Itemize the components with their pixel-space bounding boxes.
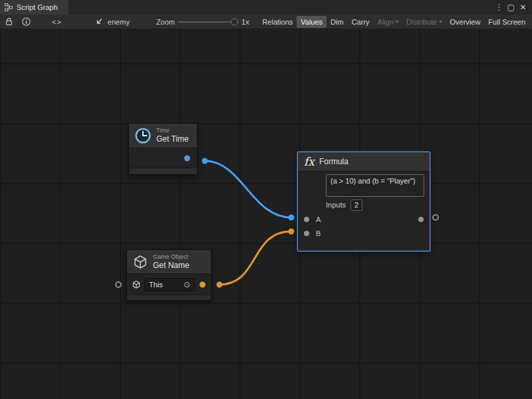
formula-expression-input[interactable]: (a > 10) and (b = "Player") bbox=[326, 174, 424, 197]
node-get-time[interactable]: Time Get Time bbox=[128, 123, 198, 175]
node-footer bbox=[129, 168, 197, 174]
zoom-value: 1x bbox=[241, 18, 249, 26]
relations-button-label: Relations bbox=[262, 18, 293, 26]
wire-get-time-to-formula-a[interactable] bbox=[205, 161, 291, 217]
info-icon[interactable] bbox=[20, 16, 33, 28]
code-icon[interactable]: <> bbox=[50, 16, 64, 28]
toolbar-buttons: Relations Values Dim Carry Align ▾ Distr… bbox=[258, 16, 529, 28]
input-port-a-label: A bbox=[316, 215, 321, 223]
script-graph-icon bbox=[5, 3, 13, 11]
values-button[interactable]: Values bbox=[297, 16, 327, 28]
window-controls: ⋮ ▢ ✕ bbox=[494, 0, 532, 15]
game-object-cube-icon-small bbox=[132, 280, 141, 289]
chevron-down-icon: ▾ bbox=[440, 19, 442, 25]
wire-endpoint-dot bbox=[289, 215, 295, 221]
align-button[interactable]: Align ▾ bbox=[374, 16, 402, 28]
input-port-b-label: B bbox=[316, 229, 321, 237]
carry-button-label: Carry bbox=[352, 18, 370, 26]
maximize-icon[interactable]: ▢ bbox=[506, 1, 516, 14]
wire-endpoint-dot bbox=[217, 282, 223, 288]
graph-name-label: enemy bbox=[108, 18, 130, 26]
title-bar: Script Graph ⋮ ▢ ✕ bbox=[0, 0, 532, 15]
tab-script-graph[interactable]: Script Graph bbox=[0, 0, 68, 15]
inputs-label: Inputs bbox=[326, 201, 346, 209]
connection-wires bbox=[0, 29, 532, 399]
graph-asset-icon bbox=[93, 16, 105, 28]
inputs-count-input[interactable]: 2 bbox=[350, 200, 362, 211]
output-port-get-name[interactable] bbox=[200, 281, 205, 287]
output-port-get-time[interactable] bbox=[184, 155, 190, 161]
carry-button[interactable]: Carry bbox=[348, 16, 374, 28]
distribute-button-label: Distribute bbox=[406, 18, 437, 26]
tab-title: Script Graph bbox=[17, 3, 58, 11]
chevron-down-icon: ▾ bbox=[396, 19, 398, 25]
node-category-label: Game Object bbox=[153, 253, 190, 261]
wire-endpoint-dot bbox=[289, 229, 295, 235]
overview-button[interactable]: Overview bbox=[446, 16, 485, 28]
clock-icon bbox=[134, 127, 152, 144]
node-title: Get Name bbox=[153, 261, 190, 270]
node-category-label: Time bbox=[156, 127, 189, 134]
dim-button[interactable]: Dim bbox=[327, 16, 348, 28]
node-title: Get Time bbox=[156, 134, 189, 144]
input-port-b[interactable] bbox=[304, 231, 309, 236]
close-icon[interactable]: ✕ bbox=[518, 1, 528, 14]
graph-toolbar: <> enemy Zoom 1x Relations Values Dim Ca… bbox=[0, 15, 532, 29]
output-port-formula[interactable] bbox=[418, 217, 424, 222]
relations-button[interactable]: Relations bbox=[258, 16, 297, 28]
zoom-slider[interactable] bbox=[178, 21, 239, 23]
get-name-input-hollow-port[interactable] bbox=[115, 281, 122, 288]
formula-fx-icon: fx bbox=[304, 156, 315, 168]
zoom-slider-handle[interactable] bbox=[231, 18, 238, 25]
fullscreen-button-label: Full Screen bbox=[488, 18, 525, 26]
fullscreen-button[interactable]: Full Screen bbox=[484, 16, 529, 28]
input-port-a[interactable] bbox=[304, 217, 309, 222]
node-get-name[interactable]: Game Object Get Name This ⊙ bbox=[126, 249, 211, 301]
game-object-cube-icon bbox=[132, 254, 148, 270]
object-picker-icon[interactable]: ⊙ bbox=[184, 281, 190, 289]
graph-canvas[interactable]: Time Get Time fx Formula (a > 10) and (b… bbox=[0, 29, 532, 399]
lock-icon[interactable] bbox=[3, 16, 15, 28]
wire-get-name-to-formula-b[interactable] bbox=[219, 231, 291, 285]
distribute-button[interactable]: Distribute ▾ bbox=[402, 16, 446, 28]
window-menu-icon[interactable]: ⋮ bbox=[494, 1, 504, 14]
dim-button-label: Dim bbox=[331, 18, 344, 26]
node-footer bbox=[127, 295, 211, 300]
wire-endpoint-dot bbox=[202, 158, 208, 164]
node-formula[interactable]: fx Formula (a > 10) and (b = "Player") I… bbox=[297, 152, 430, 251]
node-title: Formula bbox=[319, 157, 348, 166]
formula-output-hollow-port[interactable] bbox=[432, 214, 439, 221]
target-object-dropdown[interactable]: This ⊙ bbox=[144, 278, 195, 291]
values-button-label: Values bbox=[301, 18, 323, 26]
zoom-label: Zoom bbox=[156, 18, 175, 26]
overview-button-label: Overview bbox=[450, 18, 481, 26]
align-button-label: Align bbox=[378, 18, 394, 26]
target-object-value: This bbox=[149, 281, 163, 289]
